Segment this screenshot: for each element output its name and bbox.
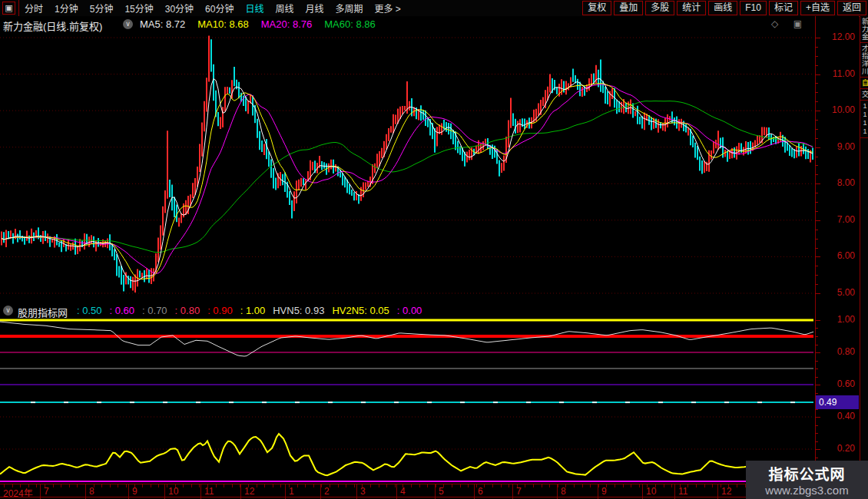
month-label: 2 [324,486,330,497]
price-label: 5.00 [817,287,855,298]
axis-tick [815,336,818,337]
axis-tick [815,441,818,442]
toolbar-button[interactable]: 叠加 [614,1,643,15]
right-sidebar-strip: 新力金才指洋川自交1111 [860,16,868,499]
minor-tick [582,484,583,487]
period-tab[interactable]: 15分钟 [124,2,153,15]
minor-tick [696,484,697,487]
month-separator [474,484,475,497]
minor-tick [257,484,257,487]
price-label: 10.00 [817,104,855,115]
indicator-value: : 0.80 [175,305,200,316]
toolbar-button[interactable]: 多股 [645,1,674,15]
axis-tick [815,174,818,175]
indicator-chart[interactable] [0,317,815,484]
indicator-scale-label: 0.40 [817,411,855,421]
axis-tick [815,138,818,139]
minor-tick [36,484,37,487]
toolbar-button[interactable]: 复权 [582,1,611,15]
toolbar-button[interactable]: 标记 [769,1,798,15]
chevron-down-icon[interactable]: ∨ [123,19,133,29]
strip-text: 自 [860,78,868,89]
minor-tick [110,484,111,487]
period-tab[interactable]: 多周期 [336,2,363,15]
indicator-value: : 0.00 [397,305,422,316]
axis-tick [815,248,818,249]
month-label: 7 [516,486,522,497]
axis-tick [815,47,818,48]
period-tab[interactable]: 5分钟 [90,2,114,15]
axis-tick [815,202,818,203]
toolbar-button[interactable]: +自选 [800,1,835,15]
month-separator [642,484,643,497]
axis-tick [815,266,818,266]
month-label: 4 [400,486,406,497]
period-tab[interactable]: 月线 [306,2,324,15]
minor-tick [427,484,428,487]
month-label: 5 [439,486,444,497]
window-icon[interactable]: ▣ [2,2,15,15]
minor-tick [484,484,485,487]
axis-tick [815,157,818,157]
month-label: 3 [360,486,366,497]
minor-tick [118,484,118,487]
axis-tick [815,230,818,230]
indicator-value: : 0.90 [207,305,233,316]
minor-tick [704,484,705,487]
ma-value: MA20: 8.76 [261,18,313,30]
axis-tick [815,165,818,166]
minor-tick [330,484,330,487]
month-separator [557,484,558,497]
indicator-value: : 0.50 [77,305,102,316]
axis-tick [815,120,818,121]
ma-values: MA5: 8.72MA10: 8.68MA20: 8.76MA60: 8.86 [140,18,376,30]
indicator-value: : 1.00 [240,305,266,316]
candlestick-chart[interactable] [0,31,815,305]
minor-tick [232,484,233,487]
minor-tick [671,484,672,487]
period-tabs: 分时1分钟5分钟15分钟30分钟60分钟日线周线月线多周期更多 > [25,0,401,16]
period-tab[interactable]: 1分钟 [55,2,78,15]
period-tab[interactable]: 日线 [245,2,263,15]
month-label: 12 [721,486,731,497]
month-label: 7 [44,486,49,497]
window-corner-icons[interactable]: ◇ ▣ [771,18,808,29]
ma-value: MA5: 8.72 [140,18,185,30]
strip-text: 交 [860,89,868,101]
axis-tick [815,458,818,458]
period-tab[interactable]: 更多 > [375,2,401,15]
minor-tick [476,484,477,487]
price-label: 12.00 [817,31,855,42]
month-separator [396,484,397,497]
toolbar-button[interactable]: 画线 [708,1,737,15]
minor-tick [167,484,167,487]
minor-tick [664,484,664,487]
minor-tick [386,484,387,487]
period-tab[interactable]: 60分钟 [205,2,234,15]
toolbar-button[interactable]: 返回 [837,1,866,15]
minor-tick [598,484,599,487]
minor-tick [297,484,298,487]
minor-tick [77,484,78,487]
toolbar-buttons: 复权叠加多股统计画线F10标记+自选返回 [582,1,866,15]
strip-text: 新力金 [860,16,868,43]
period-tab[interactable]: 分时 [25,2,43,15]
minor-tick [273,484,273,487]
minor-tick [468,484,469,487]
toolbar-button[interactable]: 统计 [677,1,706,15]
axis-tick [815,368,818,369]
minor-tick [549,484,550,487]
period-tab[interactable]: 30分钟 [165,2,194,15]
minor-tick [460,484,461,487]
minor-tick [158,484,159,487]
chevron-down-icon[interactable]: ∨ [3,306,13,316]
price-label: 11.00 [817,68,855,79]
axis-tick [815,56,818,57]
top-toolbar: ▣ 分时1分钟5分钟15分钟30分钟60分钟日线周线月线多周期更多 > 复权叠加… [0,0,868,17]
minor-tick [395,484,396,487]
axis-tick [815,425,818,426]
toolbar-button[interactable]: F10 [740,1,767,15]
minor-tick [501,484,502,487]
minor-tick [590,484,591,487]
period-tab[interactable]: 周线 [275,2,293,15]
